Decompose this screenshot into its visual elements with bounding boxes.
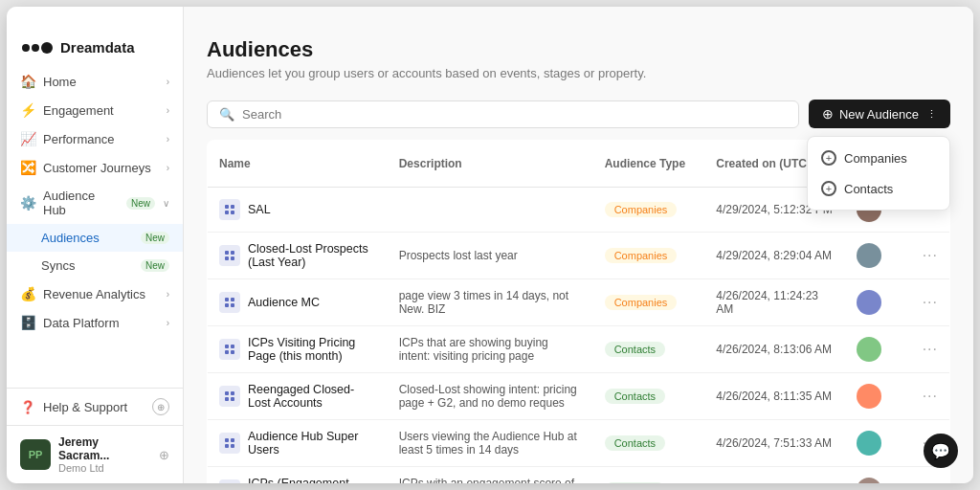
syncs-label: Syncs <box>41 258 135 273</box>
dropdown-companies-label: Companies <box>844 151 907 166</box>
performance-icon: 📈 <box>20 131 35 146</box>
created-at-text: 4/26/2024, 8:11:35 AM <box>716 390 832 403</box>
sidebar-item-revenue-analytics[interactable]: 💰 Revenue Analytics › <box>7 279 183 308</box>
creator-avatar <box>857 290 881 315</box>
audience-name-text: Audience MC <box>248 296 320 309</box>
sidebar-bottom: ❓ Help & Support ⊕ PP Jeremy Sacram... D… <box>7 388 183 483</box>
audience-name-cell: ICPs (Engagement Score >90%) <box>219 477 376 483</box>
svg-rect-23 <box>231 444 234 448</box>
sidebar-item-home[interactable]: 🏠 Home › <box>7 67 183 96</box>
cell-name: Audience MC <box>208 279 388 326</box>
companies-circle-icon <box>821 150 836 166</box>
user-avatar: PP <box>20 439 51 470</box>
row-actions-button[interactable]: ··· <box>923 388 938 404</box>
svg-rect-2 <box>225 211 229 214</box>
table-row: Reengaged Closed-Lost Accounts Closed-Lo… <box>208 373 950 420</box>
chevron-icon: › <box>167 105 169 116</box>
audience-name-text: SAL <box>248 203 271 216</box>
sidebar-item-performance[interactable]: 📈 Performance › <box>7 124 183 153</box>
dropdown-item-contacts[interactable]: Contacts <box>808 173 949 204</box>
audience-name-text: Audience Hub Super Users <box>248 430 376 457</box>
cell-audience-type: Companies <box>593 233 705 279</box>
help-icon: ❓ <box>20 400 35 414</box>
help-support[interactable]: ❓ Help & Support ⊕ <box>7 389 183 425</box>
syncs-badge: New <box>141 259 169 272</box>
col-header-audience-type: Audience Type <box>593 141 705 188</box>
cell-created-by <box>845 233 911 279</box>
sidebar-item-cj-label: Customer Journeys <box>43 161 159 175</box>
chevron-icon: › <box>167 318 169 328</box>
cell-description: Users viewing the Audience Hub at least … <box>388 420 593 467</box>
audience-name-cell: Closed-Lost Prospects (Last Year) <box>219 242 376 269</box>
cell-created-on: 4/29/2024, 8:29:04 AM <box>704 233 845 279</box>
cell-name: Reengaged Closed-Lost Accounts <box>208 373 388 420</box>
chevron-icon: › <box>167 134 169 145</box>
audience-name-text: Reengaged Closed-Lost Accounts <box>248 383 376 410</box>
audience-icon <box>219 339 240 360</box>
data-platform-icon: 🗄️ <box>20 315 35 330</box>
new-audience-label: New Audience <box>839 107 919 122</box>
cell-created-on: 4/26/2024, 8:11:35 AM <box>704 373 845 420</box>
audience-name-text: Closed-Lost Prospects (Last Year) <box>248 242 376 269</box>
user-profile[interactable]: PP Jeremy Sacram... Demo Ltd ⊕ <box>7 425 183 483</box>
chat-bubble[interactable]: 💬 <box>924 434 958 468</box>
creator-avatar <box>857 478 881 483</box>
search-input[interactable] <box>242 107 787 122</box>
help-circle-icon: ⊕ <box>152 398 169 415</box>
chevron-icon: › <box>167 289 169 300</box>
svg-rect-14 <box>225 350 229 354</box>
page-header: Audiences Audiences let you group users … <box>184 7 973 92</box>
svg-rect-18 <box>225 397 229 401</box>
audiences-label: Audiences <box>41 231 135 245</box>
sidebar-item-performance-label: Performance <box>43 132 159 146</box>
audience-icon <box>219 245 240 266</box>
customer-journeys-icon: 🔀 <box>20 160 35 175</box>
sidebar-logo: Dreamdata <box>7 24 183 67</box>
user-company: Demo Ltd <box>58 462 151 474</box>
search-box[interactable]: 🔍 <box>207 100 799 128</box>
logo-dot-small <box>22 44 30 52</box>
sidebar-item-data-platform[interactable]: 🗄️ Data Platform › <box>7 308 183 337</box>
search-icon: 🔍 <box>219 107 234 122</box>
audience-type-badge: Contacts <box>605 435 665 451</box>
svg-rect-12 <box>225 345 229 348</box>
sidebar-item-syncs[interactable]: Syncs New <box>7 252 183 279</box>
sidebar-item-audiences[interactable]: Audiences New <box>7 224 183 252</box>
col-header-name: Name <box>208 141 388 188</box>
sidebar-item-ah-label: Audience Hub <box>43 189 119 217</box>
cell-created-by <box>845 420 911 467</box>
creator-avatar <box>857 431 881 456</box>
chevron-icon: ∨ <box>163 198 169 209</box>
user-settings-icon[interactable]: ⊕ <box>159 448 169 462</box>
dropdown-contacts-label: Contacts <box>844 182 893 196</box>
cell-audience-type: Contacts <box>593 467 705 484</box>
sidebar-item-customer-journeys[interactable]: 🔀 Customer Journeys › <box>7 153 183 182</box>
sidebar-item-audience-hub[interactable]: ⚙️ Audience Hub New ∨ <box>7 182 183 224</box>
help-label: Help & Support <box>43 400 127 414</box>
cell-created-on: 4/26/2024, 8:13:06 AM <box>704 326 845 373</box>
sidebar-item-home-label: Home <box>43 75 159 89</box>
page-subtitle: Audiences let you group users or account… <box>207 66 950 80</box>
row-actions-button[interactable]: ··· <box>923 247 938 263</box>
col-header-description: Description <box>388 141 593 188</box>
row-actions-button[interactable]: ··· <box>923 481 938 483</box>
main-content: Audiences Audiences let you group users … <box>184 7 973 483</box>
audience-icon <box>219 292 240 313</box>
svg-rect-3 <box>231 211 234 214</box>
user-initials: PP <box>29 449 43 460</box>
row-actions-button[interactable]: ··· <box>923 294 938 310</box>
sidebar-item-engagement[interactable]: ⚡ Engagement › <box>7 96 183 124</box>
audience-name-cell: Reengaged Closed-Lost Accounts <box>219 383 376 410</box>
svg-rect-19 <box>231 397 234 401</box>
new-audience-button[interactable]: ⊕ New Audience ⋮ <box>809 100 950 128</box>
user-info: Jeremy Sacram... Demo Ltd <box>58 435 151 474</box>
cell-created-on: 4/26/2024, 11:24:23 AM <box>704 279 845 326</box>
dropdown-item-companies[interactable]: Companies <box>808 143 949 173</box>
cell-audience-type: Companies <box>593 188 705 233</box>
svg-rect-21 <box>231 438 234 442</box>
svg-rect-0 <box>225 205 229 209</box>
creator-avatar <box>857 384 881 409</box>
description-text: Closed-Lost showing intent: pricing page… <box>399 383 577 410</box>
row-actions-button[interactable]: ··· <box>923 341 938 357</box>
cell-description: Prospects lost last year <box>388 233 593 279</box>
